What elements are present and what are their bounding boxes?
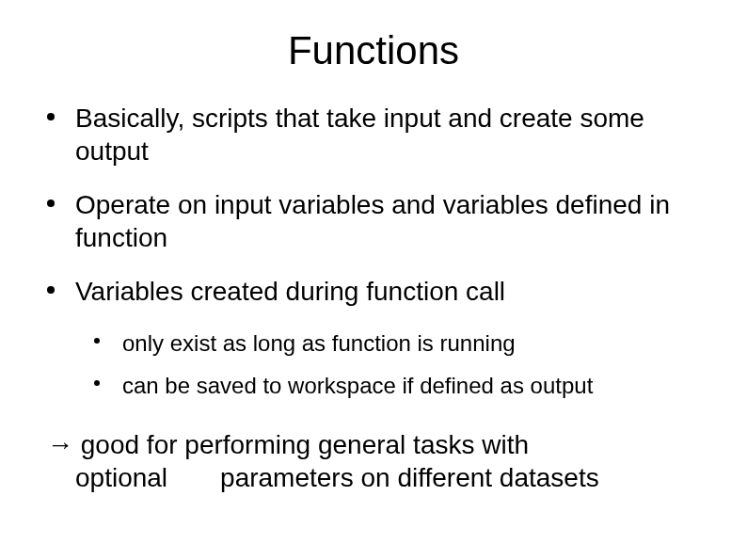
- slide-container: Functions Basically, scripts that take i…: [0, 0, 747, 560]
- sub-bullet-list: only exist as long as function is runnin…: [75, 328, 700, 400]
- sub-bullet-item: only exist as long as function is runnin…: [94, 328, 700, 358]
- bullet-item: Basically, scripts that take input and c…: [47, 102, 700, 168]
- main-bullet-list: Basically, scripts that take input and c…: [47, 102, 700, 400]
- bullet-text: Operate on input variables and variables…: [75, 190, 670, 252]
- bullet-item: Variables created during function call o…: [47, 275, 700, 400]
- bullet-text: Basically, scripts that take input and c…: [75, 104, 644, 166]
- slide-title: Functions: [47, 28, 700, 73]
- sub-bullet-item: can be saved to workspace if defined as …: [94, 371, 700, 400]
- conclusion-text: → good for performing general tasks with…: [47, 428, 700, 494]
- sub-bullet-text: can be saved to workspace if defined as …: [122, 373, 593, 398]
- arrow-icon: →: [47, 430, 73, 459]
- sub-bullet-text: only exist as long as function is runnin…: [122, 330, 516, 356]
- bullet-item: Operate on input variables and variables…: [47, 188, 700, 254]
- bullet-text: Variables created during function call: [75, 277, 505, 306]
- conclusion-line1: good for performing general tasks with: [73, 430, 529, 459]
- conclusion-line2: optional parameters on different dataset…: [47, 461, 700, 494]
